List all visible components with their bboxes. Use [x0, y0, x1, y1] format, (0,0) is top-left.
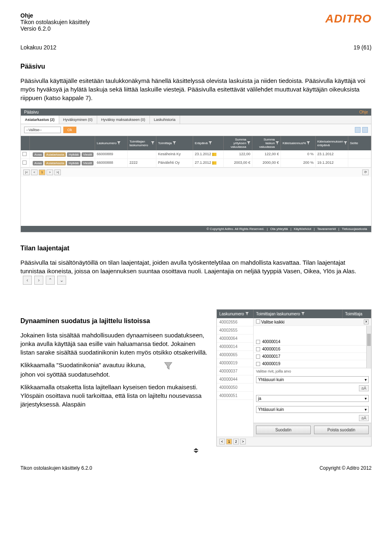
app-toolbar: --Valitse-- Ok [21, 124, 371, 136]
row-checkbox[interactable] [22, 152, 27, 156]
col-laskunumero[interactable]: Laskunumero [97, 141, 116, 145]
pager-page-1[interactable]: 1 [39, 170, 45, 175]
filter-icon[interactable] [307, 141, 310, 145]
filter-left-values: 4000265640002655400000644000001440000065… [217, 318, 254, 437]
col-toimittajan-laskunumero[interactable]: Toimittajan laskunumero [129, 140, 150, 147]
filter-icon[interactable] [151, 141, 154, 145]
filter-icon[interactable] [247, 141, 250, 145]
case-toggle-button[interactable]: aA [359, 385, 369, 391]
cell-kateisalennus-erapaiva: 23.1.2012 [316, 150, 348, 158]
toolbar-icon-1[interactable] [355, 127, 361, 133]
toolbar-icon-2[interactable] [362, 127, 368, 133]
filter-icon[interactable] [344, 141, 347, 145]
scrollbar[interactable] [366, 326, 371, 368]
expand-buttons: ‹ › ⌃ ⌄ [23, 276, 66, 285]
review-button[interactable]: Asiatarkasta [45, 152, 66, 157]
filter-icon[interactable] [276, 141, 279, 145]
fm-col-laskunumero[interactable]: Laskunumero [219, 312, 244, 316]
select-all-checkbox[interactable] [256, 319, 260, 324]
fm-pager-1[interactable]: 1 [226, 439, 232, 444]
expand-left-icon[interactable]: ‹ [23, 276, 32, 285]
col-erapaiva[interactable]: Eräpäivä [195, 141, 208, 145]
expand-down-icon[interactable]: ⌄ [57, 276, 66, 285]
close-icon[interactable]: × [364, 319, 369, 324]
flag-icon [212, 161, 216, 165]
filter-left-item[interactable]: 40000044 [217, 375, 253, 384]
reject-button[interactable]: Hylkää [67, 152, 80, 157]
fm-pager-next[interactable]: > [240, 439, 246, 444]
app-footer-link[interactable]: Tavaramerkit [317, 227, 336, 231]
open-button[interactable]: Avaa [33, 152, 43, 157]
review-button[interactable]: Asiatarkasta [45, 161, 66, 165]
tab-hyvaksyminen[interactable]: Hyväksyminen (0) [59, 116, 97, 124]
col-selite[interactable]: Selite [350, 141, 358, 145]
checkbox[interactable] [256, 355, 260, 359]
filter-icon[interactable] [301, 312, 305, 316]
filter-check-item[interactable]: 40000019 [254, 360, 371, 368]
col-kateisalennus-erapaiva[interactable]: Käteisalennuksen eräpäivä [317, 140, 343, 147]
filter-op1-select[interactable]: Yhtäsuuri kuin▾ [256, 376, 369, 383]
filter-left-item[interactable]: 40002655 [217, 326, 253, 335]
tab-asiatarkastus[interactable]: Asiatarkastus (2) [21, 116, 59, 124]
messages-button[interactable]: Viestit [82, 152, 94, 157]
fm-col-toimittaja[interactable]: Toimittaja [345, 312, 362, 316]
fm-col-toimittajan-laskunumero[interactable]: Toimittajan laskunumero [256, 312, 300, 316]
row-checkbox[interactable] [22, 161, 27, 165]
app-footer-link[interactable]: Käyttöehdot [294, 227, 311, 231]
expand-up-icon[interactable]: ⌃ [46, 276, 55, 285]
filter-conj-select[interactable]: ja▾ [256, 395, 369, 402]
col-toimittaja[interactable]: Toimittaja [158, 141, 172, 145]
case-toggle-button[interactable]: aA [359, 415, 369, 421]
toolbar-action-select[interactable]: --Valitse-- [24, 127, 61, 133]
filter-icon[interactable] [117, 141, 120, 145]
toolbar-ok-button[interactable]: Ok [63, 127, 76, 133]
app-footer-link[interactable]: Ota yhteyttä [270, 227, 288, 231]
pager-refresh-button[interactable]: ⟳ [362, 170, 369, 175]
checkbox[interactable] [256, 347, 260, 351]
app-help-link[interactable]: Ohje [359, 110, 368, 114]
filter-op2-select[interactable]: Yhtäsuuri kuin▾ [256, 406, 369, 413]
tab-hyvaksy-maksatukseen[interactable]: Hyväksy maksatukseen (0) [97, 116, 150, 124]
open-button[interactable]: Avaa [33, 161, 43, 165]
app-footer-link[interactable]: Tietosuojaselosta [342, 227, 367, 231]
filter-left-item[interactable]: 40000051 [217, 392, 253, 400]
cell-kateisalennus: 200 % [281, 159, 316, 167]
apply-filter-button[interactable]: Suodatin [256, 426, 311, 434]
checkbox[interactable] [256, 362, 260, 366]
filter-left-item[interactable]: 40000065 [217, 351, 253, 359]
tab-laskuhistoria[interactable]: Laskuhistoria [150, 116, 180, 124]
filter-left-item[interactable]: 40000064 [217, 335, 253, 343]
filter-icon[interactable] [209, 141, 212, 145]
col-summa-lasku[interactable]: Summa laskun valuutassa [254, 138, 275, 149]
fm-pager-2[interactable]: 2 [233, 439, 239, 444]
pager-last-button[interactable]: >| [54, 170, 61, 175]
pager-first-button[interactable]: |< [23, 170, 30, 175]
col-kateisalennus[interactable]: Käteisalennus% [283, 141, 306, 145]
filter-icon[interactable] [245, 312, 249, 316]
cell-summa-lasku: 122,00 € [252, 150, 281, 158]
filter-left-item[interactable]: 40002656 [217, 318, 253, 326]
col-summa-yritys[interactable]: Summa yrityksen valuutassa [225, 138, 246, 149]
cell-toimittajan-laskunumero: 2222 [128, 159, 156, 167]
filter-left-item[interactable]: 40000014 [217, 343, 253, 351]
reject-button[interactable]: Hylkää [67, 161, 80, 165]
filter-left-item[interactable]: 40000037 [217, 367, 253, 375]
fm-pager-prev[interactable]: < [219, 439, 225, 444]
filter-left-item[interactable]: 40000019 [217, 359, 253, 367]
cell-summa-yritys: 122,00 [224, 150, 252, 158]
pager-next-button[interactable]: > [47, 170, 53, 175]
expand-right-icon[interactable]: › [34, 276, 43, 285]
section-paasivu-title: Pääsivu [20, 63, 372, 70]
checkbox[interactable] [256, 340, 260, 344]
filter-check-item[interactable]: 40000020 [254, 368, 371, 368]
clear-filter-button[interactable]: Poista suodatin [314, 426, 369, 434]
filter-check-item[interactable]: 40000017 [254, 353, 371, 360]
cell-erapaiva: 27.1.2012 [193, 159, 224, 167]
filter-icon[interactable] [173, 141, 176, 145]
filter-left-item[interactable]: 40000050 [217, 384, 253, 392]
cell-selite [348, 150, 371, 158]
pager-prev-button[interactable]: < [31, 170, 38, 175]
filter-check-item[interactable]: 40000014 [254, 338, 371, 346]
filter-check-item[interactable]: 40000016 [254, 346, 371, 353]
messages-button[interactable]: Viestit [82, 161, 94, 165]
